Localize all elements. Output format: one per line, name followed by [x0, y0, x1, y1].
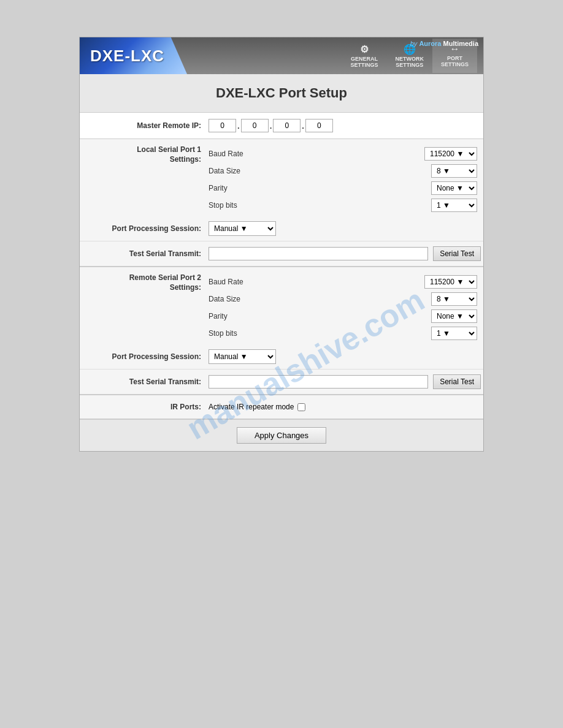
ir-section: IR Ports: Activate IR repeater mode	[80, 395, 483, 419]
ip-octet-4[interactable]	[305, 119, 333, 132]
nav-network-label: NETWORKSETTINGS	[395, 56, 424, 69]
remote-stopbits-row: Stop bits 1 ▼ 2	[209, 325, 477, 342]
local-serial-label: Local Serial Port 1Settings:	[80, 145, 209, 164]
apply-changes-button[interactable]: Apply Changes	[237, 427, 326, 444]
remote-serial-header-row: Remote Serial Port 2Settings: Baud Rate …	[80, 267, 483, 344]
ip-dot-1: .	[236, 121, 241, 131]
remote-serial-section: Remote Serial Port 2Settings: Baud Rate …	[80, 267, 483, 395]
remote-proc-label: Port Processing Session:	[80, 352, 209, 361]
header: DXE-LXC by Aurora Multimedia ⚙ GENERALSE…	[80, 37, 483, 74]
remote-baud-select[interactable]: 115200 ▼ 57600 38400 19200 9600	[424, 275, 477, 289]
local-serial-settings: Baud Rate 115200 ▼ 57600 38400 19200 960…	[209, 145, 483, 214]
remote-baud-label: Baud Rate	[209, 278, 424, 286]
ir-checkbox[interactable]	[297, 403, 305, 411]
local-proc-select[interactable]: Manual ▼ Auto	[209, 221, 276, 236]
remote-proc-select[interactable]: Manual ▼ Auto	[209, 349, 276, 364]
gear-icon: ⚙	[360, 44, 369, 55]
remote-test-row: Test Serial Transmit: Serial Test	[80, 370, 483, 395]
local-serial-test-btn[interactable]: Serial Test	[433, 246, 481, 261]
ip-fields: . . .	[209, 119, 333, 132]
local-test-label: Test Serial Transmit:	[80, 249, 209, 258]
nav-port-label: PORTSETTINGS	[441, 56, 469, 68]
local-test-row: Test Serial Transmit: Serial Test	[80, 241, 483, 267]
local-datasize-label: Data Size	[209, 167, 431, 175]
local-datasize-select[interactable]: 8 ▼ 7	[431, 164, 477, 178]
remote-proc-content: Manual ▼ Auto	[209, 349, 276, 364]
remote-test-label: Test Serial Transmit:	[80, 377, 209, 386]
nav-general[interactable]: ⚙ GENERALSETTINGS	[342, 39, 386, 74]
ip-octet-2[interactable]	[241, 119, 269, 132]
local-stopbits-label: Stop bits	[209, 201, 431, 210]
local-proc-label: Port Processing Session:	[80, 224, 209, 233]
remote-baud-row: Baud Rate 115200 ▼ 57600 38400 19200 960…	[209, 273, 477, 290]
nav-general-label: GENERALSETTINGS	[350, 56, 378, 69]
ir-activate-text: Activate IR repeater mode	[209, 403, 294, 411]
local-baud-label: Baud Rate	[209, 150, 424, 158]
aurora-label: by Aurora Multimedia	[410, 40, 478, 47]
remote-datasize-label: Data Size	[209, 295, 431, 303]
remote-parity-row: Parity None ▼ Even Odd	[209, 308, 477, 325]
master-ip-label: Master Remote IP:	[80, 121, 209, 130]
local-test-input[interactable]	[209, 247, 428, 260]
ir-label: IR Ports:	[80, 403, 209, 411]
master-remote-ip-section: Master Remote IP: . . .	[80, 113, 483, 139]
remote-test-input[interactable]	[209, 375, 428, 389]
local-stopbits-select[interactable]: 1 ▼ 2	[431, 199, 477, 212]
local-parity-label: Parity	[209, 184, 431, 192]
title-bar: DXE-LXC Port Setup	[80, 74, 483, 113]
page-title: DXE-LXC Port Setup	[216, 85, 347, 100]
content-area: Master Remote IP: . . . Local Serial Por…	[80, 113, 483, 451]
logo-text: DXE-LXC	[90, 47, 164, 66]
remote-parity-select[interactable]: None ▼ Even Odd	[431, 309, 477, 323]
remote-datasize-select[interactable]: 8 ▼ 7	[431, 292, 477, 306]
remote-stopbits-label: Stop bits	[209, 329, 431, 338]
remote-proc-row: Port Processing Session: Manual ▼ Auto	[80, 344, 483, 370]
local-parity-select[interactable]: None ▼ Even Odd	[431, 181, 477, 195]
ip-octet-3[interactable]	[273, 119, 301, 132]
local-proc-row: Port Processing Session: Manual ▼ Auto	[80, 216, 483, 241]
local-serial-section: Local Serial Port 1Settings: Baud Rate 1…	[80, 139, 483, 267]
local-datasize-row: Data Size 8 ▼ 7	[209, 162, 477, 180]
remote-parity-label: Parity	[209, 312, 431, 320]
local-serial-header-row: Local Serial Port 1Settings: Baud Rate 1…	[80, 139, 483, 216]
remote-serial-settings: Baud Rate 115200 ▼ 57600 38400 19200 960…	[209, 273, 483, 342]
aurora-brand: by Aurora Multimedia	[410, 40, 478, 47]
remote-serial-label: Remote Serial Port 2Settings:	[80, 273, 209, 292]
local-stopbits-row: Stop bits 1 ▼ 2	[209, 197, 477, 214]
ip-dot-3: .	[301, 121, 305, 131]
ir-content: Activate IR repeater mode	[209, 403, 483, 411]
local-proc-content: Manual ▼ Auto	[209, 221, 276, 236]
ip-dot-2: .	[269, 121, 274, 131]
ir-row: IR Ports: Activate IR repeater mode	[80, 395, 483, 419]
remote-serial-test-btn[interactable]: Serial Test	[433, 374, 481, 389]
remote-datasize-row: Data Size 8 ▼ 7	[209, 290, 477, 308]
footer-bar: Apply Changes	[80, 419, 483, 451]
ip-octet-1[interactable]	[209, 119, 236, 132]
local-parity-row: Parity None ▼ Even Odd	[209, 180, 477, 197]
remote-stopbits-select[interactable]: 1 ▼ 2	[431, 327, 477, 340]
local-baud-select[interactable]: 115200 ▼ 57600 38400 19200 9600	[424, 147, 477, 161]
logo-area: DXE-LXC	[80, 37, 187, 74]
local-baud-row: Baud Rate 115200 ▼ 57600 38400 19200 960…	[209, 145, 477, 162]
